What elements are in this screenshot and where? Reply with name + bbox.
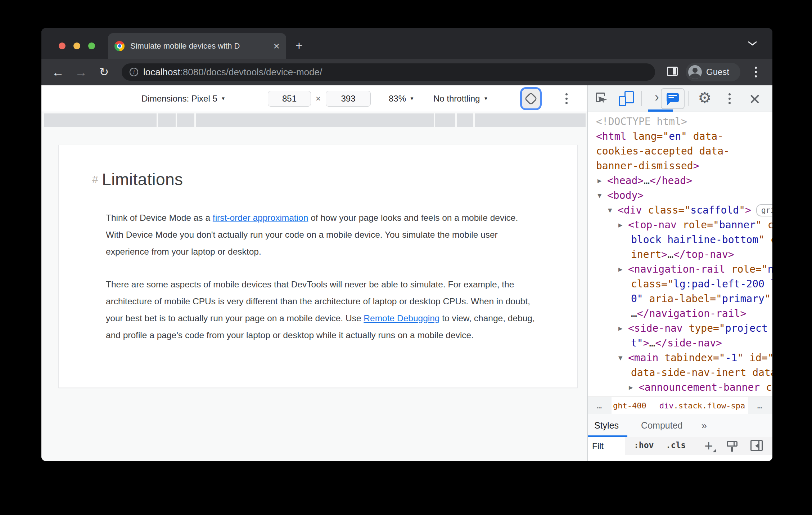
more-tabs-icon[interactable]: » xyxy=(701,420,707,431)
window-minimize-button[interactable] xyxy=(73,42,80,49)
device-toolbar-menu-icon[interactable] xyxy=(565,93,568,104)
dom-tree-line[interactable]: ▶<head>…</head> xyxy=(588,173,772,188)
media-query-ruler[interactable] xyxy=(44,113,586,127)
breadcrumb-overflow-left[interactable]: … xyxy=(588,397,612,414)
dom-tree-line[interactable]: <html lang="en" data- xyxy=(588,129,772,144)
tab-close-icon[interactable]: × xyxy=(273,41,280,52)
code-token: en xyxy=(669,130,681,142)
code-token: " xyxy=(758,234,764,246)
url-text[interactable]: localhost:8080/docs/devtools/device-mode… xyxy=(143,67,322,78)
code-token: > xyxy=(693,160,699,172)
dom-tree-line[interactable]: ▶<top-nav role="banner" c xyxy=(588,218,772,232)
tab-styles[interactable]: Styles xyxy=(594,420,619,431)
browser-tab[interactable]: Simulate mobile devices with D × xyxy=(108,33,286,59)
code-token: > xyxy=(643,337,649,349)
forward-button[interactable]: → xyxy=(73,59,89,85)
dom-tree-line[interactable]: inert>…</top-nav> xyxy=(588,247,772,262)
dom-tree-line[interactable]: cookies-accepted data- xyxy=(588,144,772,158)
viewport-height-input[interactable] xyxy=(326,91,371,107)
paint-brush-icon[interactable] xyxy=(727,441,738,452)
back-button[interactable]: ← xyxy=(50,59,66,85)
styles-filter-input[interactable] xyxy=(588,437,625,455)
viewport-width-input[interactable] xyxy=(268,91,311,107)
code-token: <html xyxy=(596,130,632,142)
styles-sidebar-tabs: Styles Computed » xyxy=(588,414,772,437)
grid-adorner-badge[interactable]: gri xyxy=(756,204,772,216)
dimensions-times-label: × xyxy=(316,85,321,112)
inspect-element-icon[interactable] xyxy=(596,93,606,103)
code-token: … xyxy=(644,175,650,187)
code-token: </navigation-rail> xyxy=(637,308,746,319)
settings-gear-icon[interactable]: ⚙ xyxy=(698,89,712,107)
new-tab-button[interactable]: + xyxy=(296,40,303,51)
collapsed-arrow-icon[interactable]: ▶ xyxy=(618,321,622,336)
code-token: c xyxy=(762,219,772,231)
devtools-close-icon[interactable] xyxy=(750,94,760,104)
device-mode-icon[interactable] xyxy=(619,91,634,106)
dom-tree-line[interactable]: data-side-nav-inert data xyxy=(588,365,772,380)
side-panel-icon[interactable] xyxy=(667,67,678,76)
code-token: <side-nav xyxy=(628,322,689,334)
new-style-rule-button[interactable]: + xyxy=(701,438,717,454)
dom-tree-line[interactable]: block hairline-bottom" c xyxy=(588,232,772,247)
dom-tree-line[interactable]: ▼<div class="scaffold">gri xyxy=(588,203,772,218)
site-info-icon[interactable]: i xyxy=(130,68,138,76)
dom-tree-line[interactable]: ▼<main tabindex="-1" id=" xyxy=(588,350,772,365)
active-tab-underline xyxy=(648,109,673,112)
window-zoom-button[interactable] xyxy=(88,42,95,49)
code-token: type=" xyxy=(689,322,725,334)
dom-tree-line[interactable]: ▶<navigation-rail role="n xyxy=(588,262,772,277)
tab-computed[interactable]: Computed xyxy=(641,420,682,431)
dom-tree-line[interactable]: ▶<side-nav type="project xyxy=(588,321,772,336)
avatar xyxy=(688,65,702,79)
breadcrumb-overflow-right[interactable]: … xyxy=(748,397,772,414)
throttling-select[interactable]: No throttling ▼ xyxy=(433,85,488,112)
tab-search-chevron-icon[interactable] xyxy=(748,41,757,47)
code-token: <!DOCTYPE html> xyxy=(596,116,687,127)
breadcrumb-item[interactable]: ght-400 xyxy=(613,401,646,410)
text-run: Think of Device Mode as a xyxy=(106,213,213,223)
inline-link[interactable]: first-order approximation xyxy=(213,213,308,223)
dom-tree-line[interactable]: 0" aria-label="primary" xyxy=(588,291,772,306)
breadcrumb-item[interactable]: div.stack.flow-spa xyxy=(659,401,745,410)
browser-menu-icon[interactable] xyxy=(755,67,757,77)
toggle-hover-state-button[interactable]: :hov xyxy=(634,440,654,450)
dimensions-select[interactable]: Dimensions: Pixel 5 ▼ xyxy=(141,85,226,112)
dom-tree-line[interactable]: banner-dismissed> xyxy=(588,158,772,173)
reload-button[interactable]: ↻ xyxy=(96,59,112,85)
dom-tree-line[interactable]: t">…</side-nav> xyxy=(588,336,772,350)
dom-tree-line[interactable]: <!DOCTYPE html> xyxy=(588,114,772,129)
expanded-arrow-icon[interactable]: ▼ xyxy=(608,203,612,218)
address-bar[interactable]: i localhost:8080/docs/devtools/device-mo… xyxy=(122,63,655,81)
code-token: </head> xyxy=(650,175,692,187)
code-token: class=" xyxy=(648,204,690,216)
collapsed-arrow-icon[interactable]: ▶ xyxy=(597,173,601,188)
caret-down-icon: ▼ xyxy=(483,96,488,101)
expanded-arrow-icon[interactable]: ▼ xyxy=(618,350,622,365)
dom-tree-line[interactable]: ▼<body> xyxy=(588,188,772,203)
code-token: class=" xyxy=(631,278,673,290)
rotate-viewport-button[interactable] xyxy=(520,87,542,110)
code-token: <head> xyxy=(607,175,644,187)
profile-chip[interactable]: Guest xyxy=(686,63,740,81)
collapsed-arrow-icon[interactable]: ▶ xyxy=(618,262,622,277)
collapsed-arrow-icon[interactable]: ▶ xyxy=(629,380,633,395)
expanded-arrow-icon[interactable]: ▼ xyxy=(597,188,601,203)
inline-link[interactable]: Remote Debugging xyxy=(364,313,439,323)
window-close-button[interactable] xyxy=(59,42,66,49)
code-token: -1 xyxy=(725,352,737,364)
toggle-class-button[interactable]: .cls xyxy=(666,440,686,450)
dom-tree-line[interactable]: class="lg:pad-left-200 l xyxy=(588,277,772,291)
code-token: </top-nav> xyxy=(673,248,734,260)
collapsed-arrow-icon[interactable]: ▶ xyxy=(618,218,622,232)
panel-toggle-icon[interactable] xyxy=(750,440,763,451)
panel-chevron-icon[interactable]: › xyxy=(655,90,659,105)
devtools-panel: <!DOCTYPE html><html lang="en" data-cook… xyxy=(587,112,772,461)
code-token: primary xyxy=(722,293,764,305)
dom-tree-line[interactable]: ▶<announcement-banner c xyxy=(588,380,772,395)
zoom-select[interactable]: 83% ▼ xyxy=(389,85,414,112)
heading-anchor-hash[interactable]: # xyxy=(92,173,98,185)
dom-tree-line[interactable]: …</navigation-rail> xyxy=(588,306,772,321)
devtools-menu-icon[interactable] xyxy=(728,93,731,104)
messages-tab-button[interactable] xyxy=(661,88,685,109)
